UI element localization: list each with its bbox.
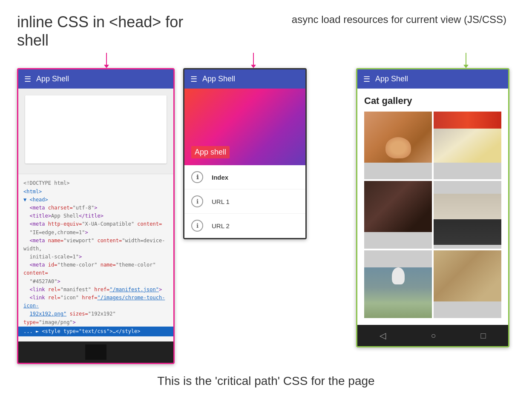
code-line-1: <!DOCTYPE html> xyxy=(23,179,168,187)
white-cat-body xyxy=(392,267,405,284)
cat-hat xyxy=(434,112,501,129)
pink-arrow-middle xyxy=(251,53,256,68)
code-line-4: <meta charset="utf-8"> xyxy=(23,204,168,212)
recent-button[interactable]: □ xyxy=(480,331,486,341)
green-arrow-right xyxy=(463,53,469,68)
drawer-label-url1: URL 1 xyxy=(212,198,230,205)
drawer-item-url2[interactable]: ℹ URL 2 xyxy=(184,214,305,238)
cat-cell-3 xyxy=(364,181,432,249)
phone-left-body xyxy=(18,89,173,174)
code-area: <!DOCTYPE html> <html> ▼ <head> <meta ch… xyxy=(18,174,173,341)
code-line-9: initial-scale=1"> xyxy=(23,253,168,261)
left-bar-black xyxy=(85,344,106,360)
phone-left-nav-bar xyxy=(18,341,173,363)
phone-right-nav-bar: ◁ ○ □ xyxy=(357,325,508,346)
phone-right-toolbar: ☰ App Shell xyxy=(357,69,508,89)
code-line-7: "IE=edge,chrome=1"> xyxy=(23,229,168,237)
phone-right: ☰ App Shell Cat gallery xyxy=(356,68,509,347)
info-icon-url1: ℹ xyxy=(191,195,203,207)
code-line-2: <html> xyxy=(23,188,168,196)
phone-right-body: Cat gallery xyxy=(357,89,508,325)
phone-left-title: App Shell xyxy=(36,75,69,83)
code-line-3: ▼ <head> xyxy=(23,196,168,204)
drawer-item-url1[interactable]: ℹ URL 1 xyxy=(184,189,305,214)
phone-right-wrapper: ☰ App Shell Cat gallery xyxy=(356,68,509,347)
phone-left: ☰ App Shell <!DOCTYPE html> <html> ▼ <he… xyxy=(17,68,175,364)
phone-middle-title: App Shell xyxy=(202,75,235,83)
home-button[interactable]: ○ xyxy=(431,331,436,341)
phones-row: ☰ App Shell <!DOCTYPE html> <html> ▼ <he… xyxy=(17,68,515,364)
code-line-6: <meta http-equiv="X-UA-Compatible" conte… xyxy=(23,220,168,228)
phone-middle-wrapper: ☰ App Shell App shell ℹ Index ℹ URL 1 ℹ … xyxy=(183,68,322,239)
top-right-label: async load resources for current view (J… xyxy=(196,13,515,49)
cat-img-2 xyxy=(434,112,501,163)
code-line-11: "#4527A0"> xyxy=(23,278,168,286)
cat-gallery-title: Cat gallery xyxy=(364,95,501,106)
code-line-12: <link rel="manifest" href="/manifest.jso… xyxy=(23,286,168,294)
hamburger-icon-middle: ☰ xyxy=(190,75,197,83)
arrows-row xyxy=(17,53,515,68)
top-section: inline CSS in <head> for shell async loa… xyxy=(17,13,515,49)
content-card xyxy=(25,95,167,164)
phone-left-toolbar: ☰ App Shell xyxy=(18,69,173,89)
cat-img-4 xyxy=(434,194,501,245)
code-line-8: <meta name="viewport" content="width=dev… xyxy=(23,237,168,253)
phone-right-title: App Shell xyxy=(375,75,408,83)
top-left-label: inline CSS in <head> for shell xyxy=(17,13,196,49)
spacer xyxy=(328,53,353,68)
cat-cell-6 xyxy=(434,250,501,318)
drawer-label-url2: URL 2 xyxy=(212,222,230,229)
info-icon-index: ℹ xyxy=(191,171,203,183)
hamburger-icon-right: ☰ xyxy=(363,75,370,83)
cat-white-area xyxy=(434,194,501,219)
cat-img-5 xyxy=(364,267,432,318)
phone-middle: ☰ App Shell App shell ℹ Index ℹ URL 1 ℹ … xyxy=(183,68,307,239)
cat-cell-5 xyxy=(364,250,432,318)
pink-arrow-left xyxy=(104,53,109,68)
cat-cell-1 xyxy=(364,112,432,179)
code-line-14: 192x192.png" sizes="192x192" type="image… xyxy=(23,310,168,326)
bottom-caption: This is the 'critical path' CSS for the … xyxy=(17,374,515,388)
back-button[interactable]: ◁ xyxy=(380,330,386,341)
code-line-5: <title>App Shell</title> xyxy=(23,212,168,220)
code-line-13: <link rel="icon" href="/images/chrome-to… xyxy=(23,294,168,310)
drawer-item-index[interactable]: ℹ Index xyxy=(184,165,305,189)
cat-img-6 xyxy=(434,250,501,301)
drawer-items: ℹ Index ℹ URL 1 ℹ URL 2 xyxy=(184,165,305,238)
cat-cell-4 xyxy=(434,181,501,249)
code-line-10: <meta id="theme-color" name="theme-color… xyxy=(23,261,168,277)
cat-img-3 xyxy=(364,181,432,232)
hamburger-icon-left: ☰ xyxy=(24,75,31,83)
left-arrow-container xyxy=(17,53,175,68)
drawer-header: App shell xyxy=(184,89,305,165)
drawer-app-name: App shell xyxy=(191,146,230,158)
middle-arrow-container xyxy=(183,53,319,68)
cat-img-1 xyxy=(364,112,432,163)
cat-grid xyxy=(364,112,501,318)
cat-cell-2 xyxy=(434,112,501,179)
right-arrow-container xyxy=(362,53,515,68)
cat-body-1 xyxy=(385,137,411,158)
drawer-label-index: Index xyxy=(212,174,228,181)
highlighted-code-line: ... ► <style type="text/css">…</style> xyxy=(18,327,173,336)
info-icon-url2: ℹ xyxy=(191,220,203,232)
phone-middle-toolbar: ☰ App Shell xyxy=(184,69,305,89)
